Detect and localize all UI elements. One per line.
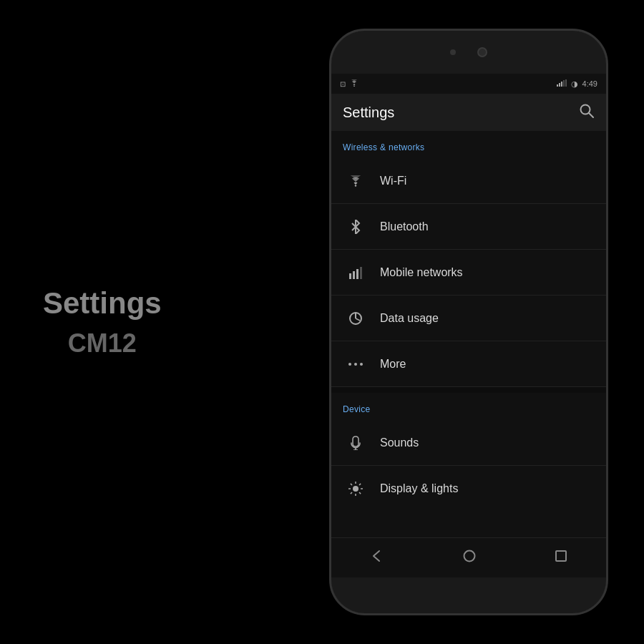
display-lights-item[interactable]: Display & lights [331,466,606,512]
mobile-networks-icon [343,266,369,279]
phone-top-bar [331,31,606,74]
svg-point-14 [348,363,351,366]
svg-line-24 [351,484,352,485]
svg-line-26 [359,484,361,485]
bluetooth-icon [343,220,369,234]
status-left-icons: ⊡ [340,79,358,88]
bluetooth-label: Bluetooth [380,220,429,233]
wifi-item[interactable]: Wi-Fi [331,158,606,204]
svg-point-0 [353,86,355,87]
home-button[interactable] [449,544,490,572]
display-lights-label: Display & lights [380,482,458,495]
svg-rect-9 [349,273,351,279]
svg-point-28 [464,551,474,562]
section-divider [331,387,606,393]
data-usage-label: Data usage [380,312,439,325]
phone-camera [477,47,487,57]
status-right-icons: ◑ 4:49 [557,79,597,89]
more-icon [343,362,369,366]
svg-rect-29 [556,551,566,561]
svg-point-16 [360,363,363,366]
svg-rect-5 [565,79,567,87]
app-title: Settings [43,286,162,321]
sounds-icon [343,436,369,450]
battery-icon: ◑ [571,79,578,89]
bottom-nav [331,537,606,577]
phone-speaker [450,49,456,55]
svg-rect-11 [356,269,358,279]
svg-line-27 [351,492,352,494]
recents-button[interactable] [541,545,581,571]
status-image-icon: ⊡ [340,80,346,88]
svg-point-15 [354,363,357,366]
svg-point-8 [355,185,356,186]
display-lights-icon [343,482,369,496]
bluetooth-item[interactable]: Bluetooth [331,204,606,250]
svg-rect-10 [353,271,355,279]
svg-point-19 [353,486,358,492]
svg-rect-12 [360,267,362,279]
wireless-section-header: Wireless & networks [331,131,606,158]
svg-rect-1 [557,84,558,87]
sounds-label: Sounds [380,436,419,449]
phone-wrapper: ⊡ [329,29,608,615]
mobile-networks-label: Mobile networks [380,266,463,279]
signal-icon [557,79,567,88]
more-label: More [380,358,406,371]
status-wifi-icon [350,79,358,88]
app-bar-title: Settings [343,104,394,121]
wifi-icon [343,175,369,187]
app-bar: Settings [331,94,606,131]
status-bar: ⊡ [331,74,606,94]
left-label-area: Settings CM12 [43,286,162,358]
app-subtitle: CM12 [43,328,162,358]
svg-rect-4 [563,80,565,87]
sounds-item[interactable]: Sounds [331,420,606,466]
phone-bottom-bar [331,577,606,613]
svg-rect-3 [561,82,562,87]
data-usage-item[interactable]: Data usage [331,296,606,341]
mobile-networks-item[interactable]: Mobile networks [331,250,606,296]
more-item[interactable]: More [331,341,606,387]
svg-line-25 [359,492,361,494]
device-section-header: Device [331,393,606,420]
content-area: Wireless & networks Wi-Fi [331,131,606,537]
svg-line-7 [589,113,593,117]
svg-rect-2 [559,83,560,87]
back-button[interactable] [356,544,398,572]
wifi-label: Wi-Fi [380,175,406,187]
time-display: 4:49 [582,79,597,88]
search-button[interactable] [579,103,595,122]
phone-shell: ⊡ [329,29,608,615]
data-usage-icon [343,311,369,326]
